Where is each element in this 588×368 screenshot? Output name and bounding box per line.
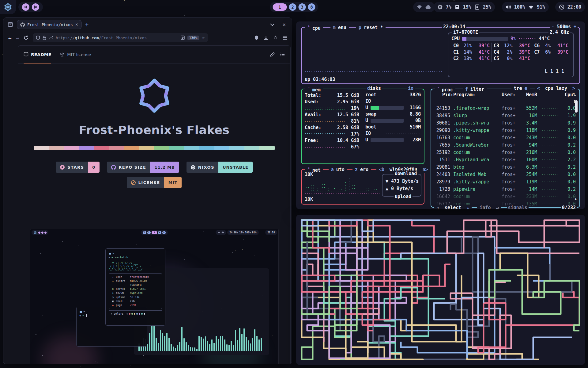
tab-list-chevron-icon[interactable] bbox=[270, 23, 274, 26]
rainbow-segment bbox=[259, 146, 274, 150]
url-bar[interactable]: https://github.com/Frost-Phoenix/nixos- … bbox=[33, 33, 208, 42]
proc-filter-button[interactable]: filter bbox=[463, 86, 487, 93]
bookmark-star-icon[interactable]: ☆ bbox=[202, 35, 205, 40]
new-tab-button[interactable]: + bbox=[85, 22, 89, 28]
core-C0: C021%39°C bbox=[453, 43, 490, 49]
btop-window: ¹cpu menu preset * 22:00:14 - 500ms + up… bbox=[296, 21, 585, 209]
menu-hamburger-icon[interactable] bbox=[283, 36, 287, 40]
window-close-button[interactable]: × bbox=[282, 22, 286, 27]
edit-pencil-icon[interactable] bbox=[270, 52, 275, 57]
media-previous-button[interactable] bbox=[22, 3, 29, 11]
disks-title[interactable]: disks bbox=[366, 85, 382, 92]
media-next-button[interactable] bbox=[32, 3, 39, 11]
cava-bar bbox=[156, 338, 157, 351]
cava-bar bbox=[211, 339, 213, 351]
wifi-icon bbox=[417, 5, 422, 9]
sidebar-toggle-icon[interactable] bbox=[8, 22, 13, 27]
workspace-3[interactable]: 3 bbox=[152, 231, 157, 234]
proc-row-1511[interactable]: 1511.Hyprland-wrafros+100M2.2 bbox=[431, 156, 579, 163]
workspace-8[interactable]: 8 bbox=[162, 231, 166, 234]
book-icon bbox=[24, 52, 28, 57]
system-stats[interactable]: 7% 19% 25% bbox=[434, 2, 495, 12]
proc-select-control[interactable]: ↑ select ↓ bbox=[434, 205, 472, 209]
badge-nixos[interactable]: NIXOSUNSTABLE bbox=[187, 162, 253, 173]
extensions-puzzle-icon[interactable] bbox=[273, 36, 278, 40]
btop-proc-box: ⁴proc filter tree < cpu lazy > Pid:Progr… bbox=[431, 89, 580, 208]
mem-box-title[interactable]: ²mem bbox=[305, 85, 323, 93]
tab-mit-license[interactable]: MIT license bbox=[60, 46, 91, 63]
tab-readme[interactable]: README bbox=[24, 46, 51, 63]
reload-button[interactable] bbox=[24, 35, 28, 40]
tab-close-icon[interactable]: × bbox=[75, 22, 78, 27]
rainbow-segment bbox=[79, 146, 94, 150]
download-icon[interactable] bbox=[264, 36, 268, 40]
workspace-1[interactable]: 1 bbox=[143, 231, 146, 234]
nixos-menu-button[interactable] bbox=[0, 0, 16, 14]
proc-scroll-down-arrow[interactable]: ↓ bbox=[574, 196, 577, 202]
readme-actions bbox=[270, 52, 285, 57]
cava-bar bbox=[192, 347, 193, 351]
cpu-cores-grid: C021%39°CC114%41°CC213%41°CC312%39°CC42%… bbox=[451, 43, 570, 62]
terminal-colors-row: ✦ colors bbox=[109, 310, 162, 316]
cpu-box-title[interactable]: ¹cpu bbox=[305, 24, 323, 32]
reader-mode-icon[interactable] bbox=[181, 36, 185, 40]
shield-permissions-icon[interactable] bbox=[36, 36, 40, 40]
proc-row-29090[interactable]: 29090.kitty-wrappefros+118M0.9 bbox=[431, 127, 579, 134]
license-label: MIT license bbox=[67, 52, 91, 57]
workspace-8[interactable]: 8 bbox=[308, 3, 315, 11]
net-speed-panel: download upload ▼ 473 Byte/s ▲ 0 Byte/s bbox=[382, 174, 421, 197]
proc-row-29081[interactable]: 29081btopfros+6.3M0.2 bbox=[431, 163, 579, 171]
network-indicators[interactable] bbox=[413, 2, 435, 12]
cava-bar bbox=[256, 336, 258, 351]
proc-tree-button[interactable]: tree bbox=[511, 85, 530, 92]
workspace-2[interactable]: 2 bbox=[147, 231, 151, 234]
btop-preset-button[interactable]: preset * bbox=[356, 25, 386, 31]
btop-menu-button[interactable]: menu bbox=[330, 25, 349, 31]
proc-scrollbar[interactable] bbox=[575, 100, 578, 113]
browser-tab[interactable]: Frost-Phoenix/nixos × bbox=[17, 20, 81, 29]
clock-widget[interactable]: 22:00 bbox=[555, 2, 585, 12]
terminal-window-fastfetch: ~ ✻→maxfetch /\ /| /\ \/ /\ ___ / | \| \… bbox=[105, 248, 165, 326]
lock-icon[interactable] bbox=[43, 36, 46, 40]
back-button[interactable]: ← bbox=[8, 35, 12, 41]
proc-signals-button[interactable]: signals bbox=[507, 205, 529, 209]
container-tab-icon[interactable] bbox=[49, 36, 53, 40]
adblock-shield-icon[interactable] bbox=[254, 35, 259, 40]
proc-row-1728[interactable]: 1728pipewirefros+14M0.2 bbox=[431, 186, 579, 193]
proc-row-24403[interactable]: 24403Isolated Webfros+254M0.0 bbox=[431, 171, 579, 178]
workspace-1[interactable]: 1 bbox=[273, 3, 287, 11]
distro-icon: △ bbox=[111, 279, 115, 287]
proc-row-7655[interactable]: 7655.SoundWireSerfros+94M0.2 bbox=[431, 141, 579, 149]
proc-row-16642[interactable]: 16642codiumfros+233M0.0 bbox=[431, 193, 579, 200]
zoom-level-badge[interactable]: 130% bbox=[187, 36, 199, 40]
outline-list-icon[interactable] bbox=[280, 52, 285, 57]
proc-row-25192[interactable]: 25192codiumfros+216M0.0 bbox=[431, 149, 579, 156]
readme-label: README bbox=[31, 52, 51, 57]
workspace-3[interactable]: 3 bbox=[299, 3, 306, 11]
proc-row-24153[interactable]: 24153.firefox-wrapfros+552M0.0 bbox=[431, 105, 579, 112]
badge-repo-size[interactable]: REPO SIZE11.2 MB bbox=[107, 162, 179, 173]
proc-row-28979[interactable]: 28979.kitty-wrappefros+119M0.0 bbox=[431, 178, 579, 186]
proc-row-16763[interactable]: 16763codiumfros+243M0.0 bbox=[431, 134, 579, 141]
proc-sort-control[interactable]: < cpu lazy > bbox=[535, 85, 578, 92]
pipes-screensaver bbox=[296, 215, 585, 365]
audio-network-stats[interactable]: 100% 91% bbox=[502, 2, 549, 12]
proc-info-button[interactable]: info ↵ bbox=[477, 205, 501, 209]
forward-button[interactable]: → bbox=[16, 35, 19, 41]
workspace-4[interactable]: 4 bbox=[158, 231, 161, 234]
volume-level: 100% bbox=[514, 4, 525, 10]
core-C2: C213%41°C bbox=[453, 56, 490, 62]
net-auto-button[interactable]: auto bbox=[329, 167, 347, 173]
badge-stars[interactable]: STARS0 bbox=[56, 162, 100, 173]
proc-row-38495[interactable]: 38495slurpfros+16M1.9 bbox=[431, 112, 579, 119]
cava-bar bbox=[218, 339, 219, 351]
core-C5: C50%41°C bbox=[494, 56, 530, 62]
proc-row-30681[interactable]: 30681.pipes.sh-wrafros+3.4M0.9 bbox=[431, 119, 579, 127]
io-title[interactable]: io bbox=[407, 85, 415, 92]
net-zero-button[interactable]: zero bbox=[352, 167, 371, 173]
workspace-2[interactable]: 2 bbox=[289, 3, 296, 11]
cava-bar bbox=[220, 336, 221, 351]
pkgs-icon: ✿ bbox=[111, 303, 115, 307]
badge-license[interactable]: LICENSEMIT bbox=[127, 177, 182, 188]
proc-box-title[interactable]: ⁴proc bbox=[435, 85, 455, 93]
